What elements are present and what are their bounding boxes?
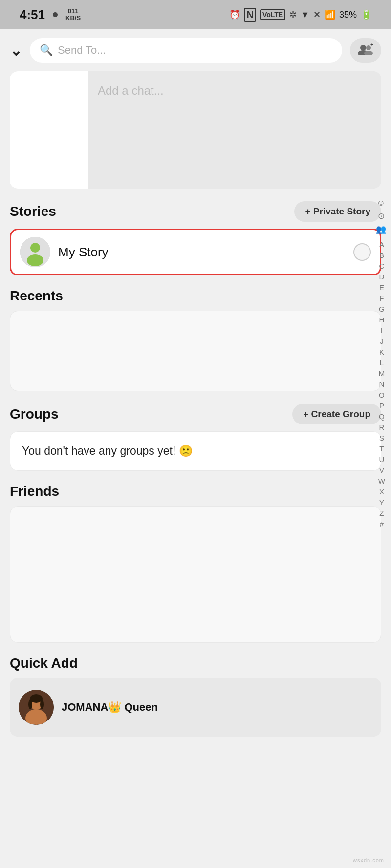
alpha-letter-y[interactable]: Y — [379, 497, 384, 508]
search-bar[interactable]: 🔍 Send To... — [30, 38, 342, 63]
people-icon[interactable]: 👥 — [376, 224, 386, 234]
alphabet-letters: ABCDEFGHIJKLMNOPQRSTUVWXYZ# — [378, 239, 385, 529]
alarm-icon: ⏰ — [229, 9, 240, 20]
friends-title: Friends — [10, 484, 59, 499]
signal-icon: 📶 — [325, 9, 335, 20]
groups-empty-box: You don't have any groups yet! 🙁 — [10, 431, 381, 471]
bluetooth-icon: ✲ — [289, 9, 297, 20]
avatar — [20, 237, 50, 267]
chevron-down-icon[interactable]: ⌄ — [10, 42, 22, 59]
svg-point-0 — [360, 45, 366, 51]
alpha-letter-j[interactable]: J — [380, 336, 384, 346]
groups-title: Groups — [10, 406, 59, 422]
add-chat-white-area — [10, 71, 88, 189]
svg-text:+: + — [370, 43, 373, 47]
alpha-letter-d[interactable]: D — [379, 272, 384, 282]
alpha-letter-w[interactable]: W — [378, 476, 385, 486]
alpha-letter-k[interactable]: K — [379, 347, 384, 357]
svg-point-13 — [40, 699, 44, 709]
quick-add-person-row[interactable]: JOMANA👑 Queen — [10, 678, 381, 737]
alpha-letter-x[interactable]: X — [379, 487, 384, 497]
alpha-letter-q[interactable]: Q — [379, 411, 385, 422]
stories-section-header: Stories + Private Story — [0, 196, 391, 229]
search-row: ⌄ 🔍 Send To... + — [0, 29, 391, 71]
alpha-letter-#[interactable]: # — [380, 519, 384, 529]
svg-point-12 — [28, 699, 32, 709]
add-chat-placeholder: Add a chat... — [88, 71, 174, 110]
alpha-letter-s[interactable]: S — [379, 433, 384, 443]
status-time: 4:51 — [20, 7, 45, 22]
friends-box — [10, 506, 381, 643]
alphabet-sidebar: ☺ ⊙ 👥 — [371, 195, 391, 239]
groups-section-header: Groups + Create Group — [0, 399, 391, 431]
svg-point-6 — [30, 243, 40, 253]
emoji-icon[interactable]: ☺ — [377, 198, 385, 208]
alpha-letter-h[interactable]: H — [379, 315, 384, 325]
search-icon: 🔍 — [40, 44, 53, 57]
status-dot — [53, 12, 58, 17]
my-story-left: My Story — [20, 237, 109, 267]
battery-icon: 🔋 — [361, 9, 371, 20]
alpha-letter-r[interactable]: R — [379, 422, 384, 432]
alpha-letter-c[interactable]: C — [379, 261, 384, 271]
person-avatar-inner — [19, 690, 54, 725]
groups-empty-text: You don't have any groups yet! 🙁 — [22, 445, 193, 457]
alpha-letter-p[interactable]: P — [379, 401, 384, 411]
volte-icon: VoLTE — [260, 9, 285, 20]
alpha-letter-z[interactable]: Z — [379, 508, 384, 518]
recents-title: Recents — [10, 288, 63, 304]
alpha-letter-t[interactable]: T — [379, 444, 384, 454]
person-avatar — [19, 690, 54, 725]
quick-add-person-name: JOMANA👑 Queen — [62, 701, 158, 714]
alpha-letter-e[interactable]: E — [379, 282, 384, 293]
add-friends-button[interactable]: + — [350, 38, 381, 63]
recents-section-header: Recents — [0, 283, 391, 311]
alpha-letter-f[interactable]: F — [379, 293, 384, 303]
my-story-name: My Story — [58, 245, 109, 260]
friends-section-header: Friends — [0, 479, 391, 506]
search-placeholder: Send To... — [58, 44, 106, 57]
alpha-letter-o[interactable]: O — [379, 390, 385, 400]
my-story-row[interactable]: My Story — [10, 229, 381, 275]
status-bar: 4:51 011 KB/S ⏰ N VoLTE ✲ ▼ ✕ 📶 35% 🔋 — [0, 0, 391, 29]
stories-title: Stories — [10, 204, 56, 219]
recents-box — [10, 311, 381, 391]
recent-icon[interactable]: ⊙ — [378, 211, 385, 221]
watermark: wsxdn.com — [353, 857, 384, 863]
alpha-letter-i[interactable]: I — [381, 325, 383, 336]
quick-add-title: Quick Add — [10, 656, 381, 671]
private-story-button[interactable]: + Private Story — [294, 201, 381, 222]
quick-add-section: Quick Add JOMANA👑 Queen — [0, 651, 391, 740]
battery-percent: 35% — [339, 10, 357, 20]
status-kb: 011 KB/S — [65, 8, 81, 22]
alpha-letter-m[interactable]: M — [379, 368, 385, 379]
alpha-letter-g[interactable]: G — [379, 304, 385, 314]
wifi-icon: ▼ — [301, 10, 309, 20]
alpha-letter-u[interactable]: U — [379, 454, 384, 465]
add-chat-box[interactable]: Add a chat... — [10, 71, 381, 189]
nfc-icon: N — [244, 8, 256, 22]
alpha-letter-a[interactable]: A — [379, 239, 384, 250]
svg-point-7 — [27, 254, 43, 266]
my-story-radio[interactable] — [353, 243, 371, 261]
create-group-button[interactable]: + Create Group — [292, 404, 381, 424]
alpha-letter-n[interactable]: N — [379, 379, 384, 389]
alpha-letter-l[interactable]: L — [380, 358, 384, 368]
add-friends-icon: + — [358, 43, 373, 58]
alpha-letter-b[interactable]: B — [379, 250, 384, 260]
alpha-letter-v[interactable]: V — [379, 465, 384, 475]
main-content: ⌄ 🔍 Send To... + Add a chat... S — [0, 29, 391, 740]
signal-x-icon: ✕ — [313, 9, 321, 20]
stories-section: Stories + Private Story My Story — [0, 196, 391, 275]
status-icons: ⏰ N VoLTE ✲ ▼ ✕ 📶 35% 🔋 — [229, 8, 371, 22]
